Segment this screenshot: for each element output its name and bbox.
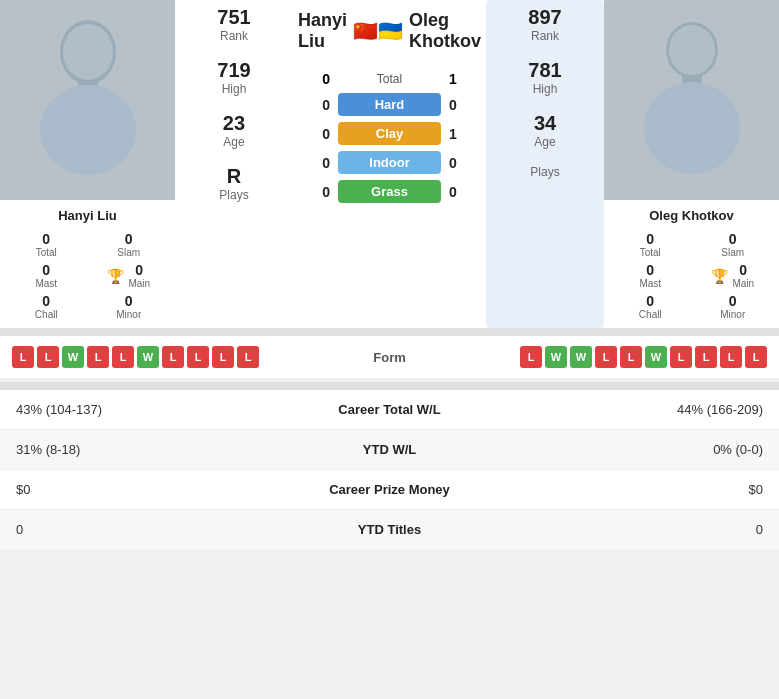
svg-point-7: [669, 25, 715, 75]
form-badge: W: [137, 346, 159, 368]
player2-total-value: 0: [610, 231, 691, 247]
trophy2-icon: 🏆: [711, 268, 728, 284]
player1-mast-value: 0: [6, 262, 87, 278]
player1-title: Hanyi Liu: [298, 10, 347, 52]
form-badge: L: [720, 346, 742, 368]
stats-right-value: $0: [490, 482, 764, 497]
player1-age-num: 23: [223, 112, 245, 135]
player2-high-num: 781: [528, 59, 561, 82]
form-badge: L: [620, 346, 642, 368]
indoor-score-left: 0: [298, 155, 338, 171]
player2-column: Oleg Khotkov 0 Total 0 Slam 0 Mast: [604, 0, 779, 328]
stats-right-value: 0% (0-0): [490, 442, 764, 457]
player2-main-label: Main: [732, 278, 754, 289]
grass-row: 0 Grass 0: [298, 180, 481, 203]
indoor-button[interactable]: Indoor: [338, 151, 441, 174]
stats-left-value: 31% (8-18): [16, 442, 290, 457]
player2-age-block: 34 Age: [534, 112, 556, 149]
player2-rank-block: 897 Rank: [528, 6, 561, 43]
total-row: 0 Total 1: [298, 71, 481, 87]
form-badge: L: [695, 346, 717, 368]
player2-minor-stat: 0 Minor: [693, 293, 774, 320]
player2-slam-value: 0: [693, 231, 774, 247]
form-badge: L: [12, 346, 34, 368]
player1-mast-label: Mast: [6, 278, 87, 289]
player2-high-block: 781 High: [528, 59, 561, 96]
player2-total-label: Total: [610, 247, 691, 258]
player2-rank-num: 897: [528, 6, 561, 29]
stats-row: 43% (104-137) Career Total W/L 44% (166-…: [0, 390, 779, 430]
player1-total-value: 0: [6, 231, 87, 247]
player1-rank-block: 751 Rank: [217, 6, 250, 43]
player1-total-stat: 0 Total: [6, 231, 87, 258]
form-badge: L: [112, 346, 134, 368]
total-score-right: 1: [441, 71, 481, 87]
player1-plays-label: Plays: [219, 188, 248, 202]
player2-high-label: High: [528, 82, 561, 96]
clay-score-right: 1: [441, 126, 481, 142]
stats-left-value: 43% (104-137): [16, 402, 290, 417]
form-badge: L: [520, 346, 542, 368]
player2-slam-stat: 0 Slam: [693, 231, 774, 258]
form-badge: L: [162, 346, 184, 368]
form-badge: L: [670, 346, 692, 368]
player2-plays-block: Plays: [530, 165, 559, 179]
player2-info: Oleg Khotkov 0 Total 0 Slam 0 Mast: [604, 200, 779, 328]
form-section: LLWLLWLLLL Form LWWLLWLLLL: [0, 336, 779, 378]
player2-mast-value: 0: [610, 262, 691, 278]
hard-score-left: 0: [298, 97, 338, 113]
player2-age-label: Age: [534, 135, 556, 149]
player2-chall-stat: 0 Chall: [610, 293, 691, 320]
divider-2: [0, 382, 779, 390]
player1-total-label: Total: [6, 247, 87, 258]
form-badge: L: [212, 346, 234, 368]
hard-button[interactable]: Hard: [338, 93, 441, 116]
form-badge: L: [87, 346, 109, 368]
player1-high-block: 719 High: [217, 59, 250, 96]
form-badge: L: [745, 346, 767, 368]
player1-plays-num: R: [219, 165, 248, 188]
player1-trophy: 🏆 0 Main: [89, 262, 170, 289]
form-badge: W: [570, 346, 592, 368]
player2-name: Oleg Khotkov: [610, 208, 773, 223]
player1-age-label: Age: [223, 135, 245, 149]
player1-mast-stat: 0 Mast: [6, 262, 87, 289]
player2-main-value: 0: [732, 262, 754, 278]
player1-info: Hanyi Liu 0 Total 0 Slam 0 Mast: [0, 200, 175, 328]
player2-title: Oleg Khotkov: [409, 10, 481, 52]
grass-button[interactable]: Grass: [338, 180, 441, 203]
stats-row-label: Career Prize Money: [290, 482, 490, 497]
form-label: Form: [330, 350, 450, 365]
stats-left-value: 0: [16, 522, 290, 537]
stats-row: $0 Career Prize Money $0: [0, 470, 779, 510]
player2-total-stat: 0 Total: [610, 231, 691, 258]
player1-header: Hanyi Liu 🇨🇳: [298, 10, 378, 52]
trophy1-icon: 🏆: [107, 268, 124, 284]
stats-left-value: $0: [16, 482, 290, 497]
form-badge: W: [645, 346, 667, 368]
stats-row-label: Career Total W/L: [290, 402, 490, 417]
player1-flag: 🇨🇳: [353, 19, 378, 43]
form-badge: L: [187, 346, 209, 368]
stats-table: 43% (104-137) Career Total W/L 44% (166-…: [0, 390, 779, 550]
player1-chall-value: 0: [6, 293, 87, 309]
form-badge: L: [595, 346, 617, 368]
player2-photo: [604, 0, 779, 200]
player1-high-num: 719: [217, 59, 250, 82]
player2-mast-label: Mast: [610, 278, 691, 289]
player1-name: Hanyi Liu: [6, 208, 169, 223]
form-badge: L: [37, 346, 59, 368]
player1-main-value: 0: [128, 262, 150, 278]
player1-slam-stat: 0 Slam: [89, 231, 170, 258]
stats-row: 0 YTD Titles 0: [0, 510, 779, 550]
player2-minor-label: Minor: [693, 309, 774, 320]
center-column: Hanyi Liu 🇨🇳 🇺🇦 Oleg Khotkov 0 Total 1 0…: [293, 0, 486, 328]
clay-score-left: 0: [298, 126, 338, 142]
stats-right-value: 0: [490, 522, 764, 537]
player1-slam-label: Slam: [89, 247, 170, 258]
player1-high-label: High: [217, 82, 250, 96]
clay-button[interactable]: Clay: [338, 122, 441, 145]
hard-row: 0 Hard 0: [298, 93, 481, 116]
player1-minor-value: 0: [89, 293, 170, 309]
grass-score-right: 0: [441, 184, 481, 200]
